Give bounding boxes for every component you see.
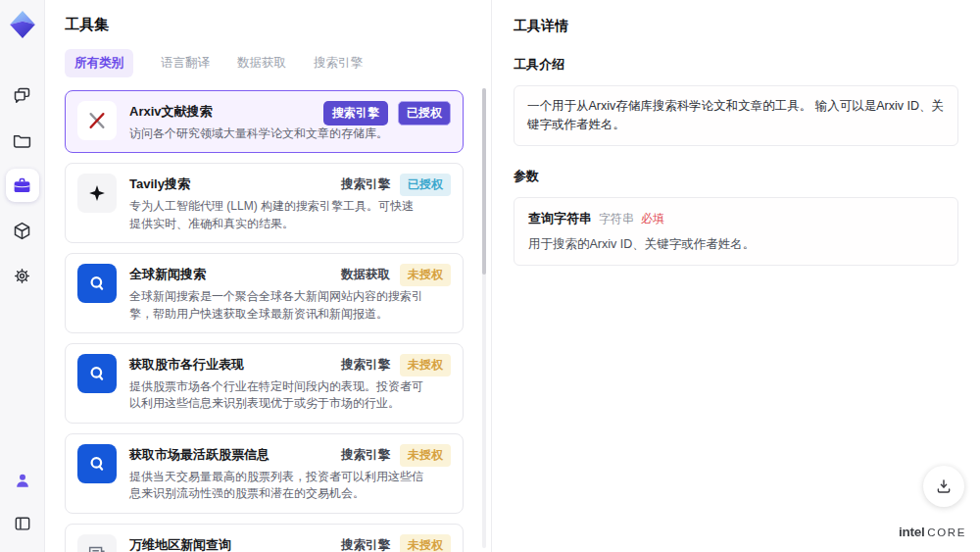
tool-description: 访问各个研究领域大量科学论文和文章的存储库。 <box>129 125 388 142</box>
app-window: 工具集 所有类别 语言翻译 数据获取 搜索引擎 Arxiv文献搜索 访问各个研究… <box>0 0 980 552</box>
tavily-star-icon <box>77 174 117 213</box>
tool-card-active-stocks[interactable]: 获取市场最活跃股票信息 提供当天交易量最高的股票列表，投资者可以利用这些信息来识… <box>65 433 464 514</box>
tool-card-sector-performance[interactable]: 获取股市各行业表现 提供股票市场各个行业在特定时间段内的表现。投资者可以利用这些… <box>65 343 464 424</box>
scrollbar-thumb[interactable] <box>482 88 486 275</box>
param-type: 字符串 <box>599 211 634 227</box>
newspaper-icon <box>77 534 117 552</box>
tab-search-engine[interactable]: 搜索引擎 <box>314 55 363 72</box>
intro-heading: 工具介绍 <box>514 56 958 74</box>
category-label: 数据获取 <box>341 267 390 283</box>
tool-description: 提供股票市场各个行业在特定时间段内的表现。投资者可以利用这些信息来识别表现优于或… <box>129 378 423 413</box>
user-icon <box>13 471 32 490</box>
folder-icon <box>12 130 32 151</box>
parameter-item: 查询字符串 字符串 必填 用于搜索的Arxiv ID、关键字或作者姓名。 <box>514 197 958 266</box>
category-label: 搜索引擎 <box>341 447 390 464</box>
app-logo-icon <box>8 10 37 39</box>
tool-card-regional-news[interactable]: 万维地区新闻查询 查询具体行政区划内的新闻，快速了解各地新闻动 搜索引擎 未授权 <box>65 524 464 552</box>
category-tabs: 所有类别 语言翻译 数据获取 搜索引擎 <box>65 49 473 77</box>
params-heading: 参数 <box>514 168 958 185</box>
tool-intro-text: 一个用于从Arxiv存储库搜索科学论文和文章的工具。 输入可以是Arxiv ID… <box>514 85 958 146</box>
page-title: 工具集 <box>65 16 473 34</box>
unauthorized-badge: 未授权 <box>400 354 451 376</box>
core-wordmark: core <box>927 527 966 538</box>
sidebar-item-profile[interactable] <box>6 464 39 497</box>
authorized-badge: 已授权 <box>400 174 451 196</box>
category-label: 搜索引擎 <box>341 357 390 374</box>
authorized-badge: 已授权 <box>398 101 451 125</box>
tool-card-global-news[interactable]: 全球新闻搜索 全球新闻搜索是一个聚合全球各大新闻网站内容的搜索引擎，帮助用户快速… <box>65 253 464 333</box>
briefcase-icon <box>12 176 32 196</box>
unauthorized-badge: 未授权 <box>400 444 451 467</box>
category-label: 搜索引擎 <box>341 537 390 552</box>
sidebar-item-chat[interactable] <box>6 78 39 112</box>
tab-all-categories[interactable]: 所有类别 <box>65 49 133 77</box>
chat-icon <box>12 85 32 106</box>
unauthorized-badge: 未授权 <box>400 264 451 286</box>
category-label: 搜索引擎 <box>341 176 390 193</box>
tool-description: 全球新闻搜索是一个聚合全球各大新闻网站内容的搜索引擎，帮助用户快速获取全球最新资… <box>129 288 423 323</box>
tool-list-pane: 工具集 所有类别 语言翻译 数据获取 搜索引擎 Arxiv文献搜索 访问各个研究… <box>45 0 492 552</box>
tool-card-arxiv[interactable]: Arxiv文献搜索 访问各个研究领域大量科学论文和文章的存储库。 搜索引擎 已授… <box>65 90 464 153</box>
param-name: 查询字符串 <box>528 210 592 227</box>
tool-description: 专为人工智能代理 (LLM) 构建的搜索引擎工具。可快速提供实时、准确和真实的结… <box>129 198 423 232</box>
param-required-flag: 必填 <box>641 211 664 227</box>
sidebar-item-packages[interactable] <box>6 214 39 247</box>
cube-icon <box>12 221 32 241</box>
tab-data-fetch[interactable]: 数据获取 <box>237 55 286 72</box>
search-q-logo-icon <box>77 444 117 483</box>
param-description: 用于搜索的Arxiv ID、关键字或作者姓名。 <box>528 236 944 253</box>
category-badge: 搜索引擎 <box>323 101 388 125</box>
tool-card-list: Arxiv文献搜索 访问各个研究领域大量科学论文和文章的存储库。 搜索引擎 已授… <box>65 90 473 552</box>
detail-title: 工具详情 <box>514 18 958 35</box>
panel-icon <box>13 514 32 533</box>
sidebar-item-files[interactable] <box>6 124 39 157</box>
tool-card-tavily[interactable]: Tavily搜索 专为人工智能代理 (LLM) 构建的搜索引擎工具。可快速提供实… <box>65 163 464 243</box>
download-icon <box>935 477 953 495</box>
gear-icon <box>12 266 32 286</box>
intel-core-logo: intel core <box>899 525 966 539</box>
arxiv-logo-icon <box>77 101 117 140</box>
download-button[interactable] <box>923 466 964 507</box>
intel-wordmark: intel <box>899 525 924 539</box>
tab-translation[interactable]: 语言翻译 <box>161 55 210 72</box>
sidebar-item-settings[interactable] <box>6 259 39 292</box>
sidebar-item-tools[interactable] <box>6 169 39 202</box>
unauthorized-badge: 未授权 <box>400 534 451 552</box>
tool-description: 提供当天交易量最高的股票列表，投资者可以利用这些信息来识别流动性强的股票和潜在的… <box>129 469 423 503</box>
search-q-logo-icon <box>77 264 117 303</box>
sidebar <box>0 0 45 552</box>
tool-detail-pane: 工具详情 工具介绍 一个用于从Arxiv存储库搜索科学论文和文章的工具。 输入可… <box>492 0 980 552</box>
search-q-logo-icon <box>77 354 117 393</box>
sidebar-item-collapse[interactable] <box>6 507 39 540</box>
list-scrollbar <box>482 88 486 548</box>
